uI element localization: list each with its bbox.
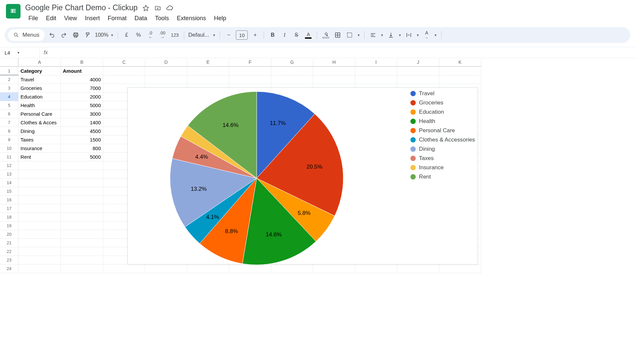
cell[interactable] [271,67,313,75]
row-header[interactable]: 23 [0,256,19,264]
cell[interactable] [19,247,61,256]
row-header[interactable]: 24 [0,264,19,273]
row-header[interactable]: 6 [0,110,19,118]
menu-edit[interactable]: Edit [43,13,60,24]
cell[interactable] [397,75,439,84]
spreadsheet-grid[interactable]: TravelGroceriesEducationHealthPersonal C… [0,58,635,273]
cell[interactable]: 4500 [61,127,103,136]
cell[interactable] [61,230,103,239]
row-header[interactable]: 14 [0,179,19,187]
row-header[interactable]: 12 [0,161,19,170]
formula-input[interactable] [52,47,635,58]
cell[interactable]: Clothes & Acces [19,118,61,127]
row-header[interactable]: 3 [0,84,19,93]
zoom-dropdown[interactable]: 100% ▼ [95,32,114,38]
cell[interactable] [61,204,103,213]
cell[interactable] [229,75,271,84]
cell[interactable] [229,67,271,75]
cell[interactable] [61,213,103,222]
cell[interactable] [19,204,61,213]
star-icon[interactable] [142,4,149,12]
row-header[interactable]: 10 [0,144,19,153]
legend-item[interactable]: Clothes & Accessories [410,135,475,144]
cell[interactable]: Amount [61,67,103,75]
cell[interactable]: 1400 [61,118,103,127]
row-header[interactable]: 8 [0,127,19,136]
row-header[interactable]: 20 [0,230,19,239]
chevron-down-icon[interactable]: ▼ [434,33,437,37]
cell[interactable]: 1500 [61,136,103,144]
row-header[interactable]: 2 [0,75,19,84]
column-header[interactable]: H [313,58,355,67]
embedded-chart[interactable]: TravelGroceriesEducationHealthPersonal C… [127,87,478,264]
row-header[interactable]: 17 [0,204,19,213]
cell[interactable]: 7000 [61,84,103,93]
cell[interactable] [313,75,355,84]
cell[interactable]: 5000 [61,101,103,110]
cell[interactable] [397,264,439,273]
vertical-align-button[interactable] [386,30,396,40]
cell[interactable]: 2000 [61,93,103,101]
text-color-button[interactable]: A [304,30,313,40]
select-all-corner[interactable] [0,58,19,67]
redo-button[interactable] [59,30,68,40]
column-header[interactable]: E [187,58,229,67]
row-header[interactable]: 16 [0,196,19,204]
column-header[interactable]: K [439,58,481,67]
text-wrap-button[interactable] [404,30,413,40]
row-header[interactable]: 22 [0,247,19,256]
cell[interactable] [19,179,61,187]
cell[interactable] [355,264,397,273]
cell[interactable] [439,264,481,273]
column-header[interactable]: I [355,58,397,67]
cell[interactable]: Category [19,67,61,75]
cell[interactable] [61,222,103,230]
cell[interactable] [145,75,187,84]
horizontal-align-button[interactable] [368,30,378,40]
legend-item[interactable]: Personal Care [410,126,475,135]
cell[interactable] [19,196,61,204]
cell[interactable]: Dining [19,127,61,136]
strikethrough-button[interactable]: S [292,30,301,40]
cell[interactable]: 4000 [61,75,103,84]
legend-item[interactable]: Travel [410,89,475,98]
cell[interactable] [19,222,61,230]
cell[interactable] [19,161,61,170]
row-header[interactable]: 7 [0,118,19,127]
cell[interactable]: Health [19,101,61,110]
cell[interactable] [271,75,313,84]
cell[interactable] [61,264,103,273]
cell[interactable] [397,67,439,75]
cell[interactable]: Insurance [19,144,61,153]
cell[interactable] [61,256,103,264]
cell[interactable] [19,170,61,179]
row-header[interactable]: 1 [0,67,19,75]
cell[interactable] [103,75,145,84]
cell[interactable]: Groceries [19,84,61,93]
row-header[interactable]: 19 [0,222,19,230]
italic-button[interactable]: I [280,30,289,40]
cell[interactable] [145,67,187,75]
legend-item[interactable]: Education [410,107,475,117]
menu-tools[interactable]: Tools [152,13,172,24]
bold-button[interactable]: B [268,30,277,40]
legend-item[interactable]: Rent [410,172,475,182]
cell[interactable] [61,247,103,256]
merge-cells-button[interactable] [345,30,354,40]
cell[interactable]: Personal Care [19,110,61,118]
cell[interactable] [187,67,229,75]
chevron-down-icon[interactable]: ▼ [398,33,402,37]
row-header[interactable]: 4 [0,93,19,101]
font-size-input[interactable]: 10 [236,30,248,40]
column-header[interactable]: F [229,58,271,67]
legend-item[interactable]: Insurance [410,163,475,172]
row-header[interactable]: 5 [0,101,19,110]
fill-color-button[interactable] [321,30,330,40]
chevron-down-icon[interactable]: ▼ [357,33,360,37]
move-icon[interactable] [154,4,161,12]
cell[interactable]: Taxes [19,136,61,144]
menu-extensions[interactable]: Extensions [174,13,209,24]
column-header[interactable]: C [103,58,145,67]
legend-item[interactable]: Dining [410,144,475,154]
cell[interactable] [103,67,145,75]
